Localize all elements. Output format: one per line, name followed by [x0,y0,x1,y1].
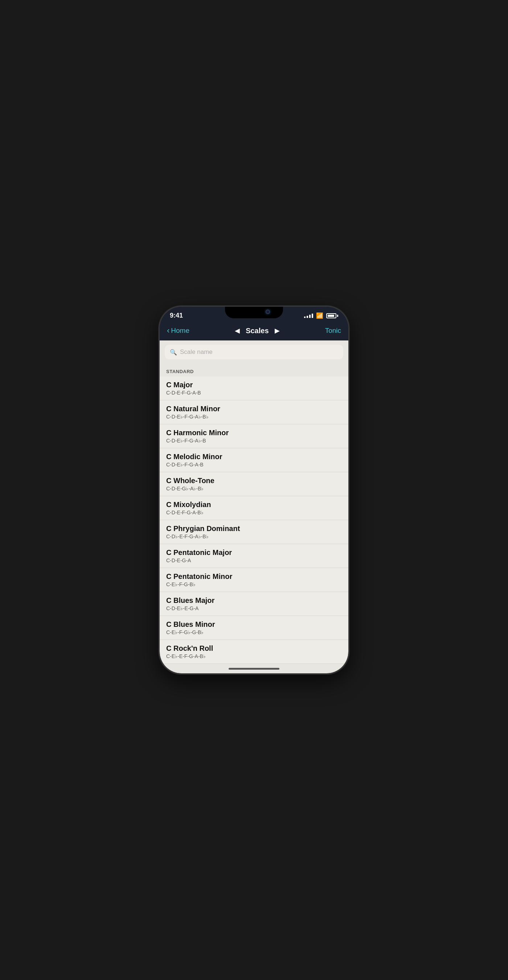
battery-icon [326,313,338,318]
nav-bar: ‹ Home ◀ Scales ▶ Tonic [160,323,348,340]
phone-frame: 9:41 📶 ‹ Hom [160,307,348,673]
scale-notes: C-D-E-G-A [166,557,342,563]
next-scale-button[interactable]: ▶ [275,327,280,335]
scale-name: C Phrygian Dominant [166,525,342,533]
scale-item[interactable]: C Phrygian DominantC-D♭-E-F-G-A♭-B♭ [160,520,348,544]
scale-notes: C-D-E♭-F-G-A-B [166,462,342,468]
front-camera [266,310,270,314]
status-bar: 9:41 📶 [160,307,348,323]
battery-body [326,313,337,318]
scale-name: C Pentatonic Major [166,549,342,557]
signal-dot-4 [312,313,313,318]
scale-notes: C-D-E-F-G-A-B♭ [166,510,342,515]
scale-name: C Mixolydian [166,501,342,509]
scale-notes: C-D-E♭-F-G-A♭-B♭ [166,414,342,420]
signal-dot-2 [306,316,308,318]
home-indicator [160,664,348,673]
scale-item[interactable]: C Blues MinorC-E♭-F-G♭-G-B♭ [160,616,348,640]
battery-tip [337,315,338,317]
scale-name: C Major [166,381,342,389]
scale-name: C Natural Minor [166,405,342,413]
scale-name: C Harmonic Minor [166,429,342,437]
scale-name: C Rock'n Roll [166,644,342,652]
signal-dot-1 [304,317,306,318]
scale-notes: C-D-E-G♭-A♭-B♭ [166,486,342,492]
scale-name: C Whole-Tone [166,477,342,485]
scale-item[interactable]: C Rock'n RollC-E♭-E-F-G-A-B♭ [160,640,348,664]
scale-name: C Melodic Minor [166,453,342,461]
prev-scale-button[interactable]: ◀ [235,327,240,335]
wifi-icon: 📶 [316,312,323,319]
scale-notes: C-D-E♭-F-G-A♭-B [166,438,342,444]
nav-center: ◀ Scales ▶ [235,327,279,335]
scales-list: STANDARDC MajorC-D-E-F-G-A-BC Natural Mi… [160,364,348,664]
scale-notes: C-D-E♭-E-G-A [166,605,342,611]
scale-item[interactable]: C Pentatonic MajorC-D-E-G-A [160,544,348,568]
notch [225,307,283,318]
status-time: 9:41 [170,312,183,320]
scale-item[interactable]: C MixolydianC-D-E-F-G-A-B♭ [160,496,348,520]
scale-notes: C-E♭-E-F-G-A-B♭ [166,653,342,659]
signal-icon [304,313,313,318]
scale-item[interactable]: C Melodic MinorC-D-E♭-F-G-A-B [160,448,348,472]
scale-notes: C-D♭-E-F-G-A♭-B♭ [166,533,342,539]
scale-name: C Blues Major [166,597,342,605]
search-input[interactable]: Scale name [180,348,213,356]
search-bar[interactable]: 🔍 Scale name [165,345,343,360]
home-bar [229,668,279,670]
scale-item[interactable]: C Whole-ToneC-D-E-G♭-A♭-B♭ [160,472,348,496]
battery-fill [328,315,334,317]
section-header-standard: STANDARD [160,364,348,376]
scale-item[interactable]: C Blues MajorC-D-E♭-E-G-A [160,592,348,616]
scale-notes: C-E♭-F-G♭-G-B♭ [166,629,342,635]
search-icon: 🔍 [170,349,177,356]
back-label: Home [171,327,189,335]
status-icons: 📶 [304,312,338,319]
scale-notes: C-E♭-F-G-B♭ [166,581,342,587]
scale-name: C Pentatonic Minor [166,573,342,581]
phone-screen: 9:41 📶 ‹ Hom [160,307,348,673]
chevron-left-icon: ‹ [167,326,170,336]
scale-name: C Blues Minor [166,620,342,628]
scale-item[interactable]: C Harmonic MinorC-D-E♭-F-G-A♭-B [160,424,348,448]
tonic-button[interactable]: Tonic [325,327,341,335]
nav-title: Scales [246,327,268,335]
search-container: 🔍 Scale name [160,340,348,364]
scale-notes: C-D-E-F-G-A-B [166,390,342,396]
scale-item[interactable]: C MajorC-D-E-F-G-A-B [160,376,348,400]
scale-item[interactable]: C Pentatonic MinorC-E♭-F-G-B♭ [160,568,348,592]
signal-dot-3 [309,315,311,318]
scale-item[interactable]: C Natural MinorC-D-E♭-F-G-A♭-B♭ [160,400,348,424]
back-button[interactable]: ‹ Home [167,326,189,336]
